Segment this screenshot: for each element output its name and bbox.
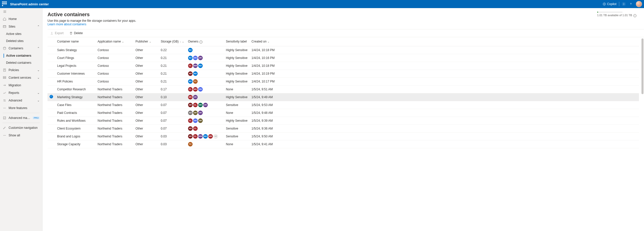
persona-coin[interactable]: MW [193,64,198,68]
nav-content-services[interactable]: Content services ⌄ [0,74,42,81]
row-select[interactable] [48,70,55,77]
persona-coin[interactable]: AG [188,111,193,115]
persona-coin[interactable]: ZR [198,56,203,60]
persona-coin[interactable]: CL [188,87,193,92]
nav-customize[interactable]: Customize navigation [0,124,42,132]
table-row[interactable]: HR PoliciesContosoOther0.21MJTCHighly Se… [48,77,639,85]
persona-coin[interactable]: MJ [203,134,208,139]
persona-coin[interactable]: MJ [188,48,193,52]
persona-coin[interactable]: ZR [203,103,208,107]
nav-deleted-containers[interactable]: Deleted containers [0,59,42,66]
col-select[interactable] [48,37,55,46]
row-radio[interactable] [50,79,53,83]
row-radio[interactable] [50,142,53,145]
row-radio[interactable] [50,56,53,59]
col-name[interactable]: Container name [55,37,96,46]
persona-coin[interactable]: CL [193,126,198,131]
persona-coin[interactable]: MS [193,87,198,92]
row-radio[interactable] [50,87,53,91]
settings-button[interactable] [620,1,627,8]
col-storage[interactable]: Storage (GB)↓⌄ [159,37,186,46]
persona-coin[interactable]: MJ [198,64,203,68]
nav-advanced-management[interactable]: Advanced management PRO [0,114,42,122]
persona-coin[interactable]: CL [188,118,193,123]
persona-coin[interactable]: TC [188,142,193,146]
row-select[interactable] [48,117,55,124]
delete-button[interactable]: Delete [68,31,84,35]
persona-coin[interactable]: SN [198,87,203,92]
row-select[interactable] [48,46,55,54]
persona-coin[interactable]: CL [193,134,198,139]
table-row[interactable]: Sales StrategyContosoOther0.22MJHighly S… [48,46,639,54]
nav-advanced[interactable]: Advanced ⌄ [0,97,42,104]
persona-coin[interactable]: ZR [198,111,203,115]
persona-coin[interactable]: SN [193,56,198,60]
row-select[interactable] [48,93,55,101]
app-launcher-icon[interactable] [2,2,7,7]
nav-active-containers[interactable]: Active containers [0,52,42,59]
scrollbar[interactable] [641,38,643,228]
nav-home[interactable]: Home [0,15,42,23]
col-created[interactable]: Created on⌄ [249,37,639,46]
persona-coin[interactable]: AR [188,103,193,107]
row-radio[interactable] [50,103,53,106]
row-select[interactable] [48,54,55,62]
persona-coin[interactable]: MS [208,134,213,139]
nav-policies[interactable]: Policies ⌄ [0,66,42,74]
learn-more-link[interactable]: Learn more about containers [48,23,86,26]
table-row[interactable]: Court FilingsContosoOther0.21MJSNZRHighl… [48,54,639,62]
persona-coin[interactable]: AR [188,71,193,76]
persona-coin[interactable]: CL [193,103,198,107]
nav-reports[interactable]: Reports ⌄ [0,89,42,97]
row-select[interactable] [48,109,55,117]
info-icon[interactable]: i [633,14,636,17]
persona-coin[interactable]: AR [188,134,193,139]
persona-coin[interactable]: SR [193,111,198,115]
col-sensitivity[interactable]: Sensitivity label [224,37,249,46]
row-radio[interactable] [50,64,53,67]
row-select[interactable] [48,85,55,93]
row-radio[interactable] [50,95,53,98]
table-row[interactable]: Competitor ResearchNorthwind TradersOthe… [48,85,639,93]
persona-coin[interactable]: MJ [188,56,193,60]
row-radio[interactable] [50,71,53,75]
persona-coin[interactable]: MJ [188,79,193,84]
table-row[interactable]: Rules and WorkflowsNorthwind TradersOthe… [48,117,639,124]
row-radio[interactable] [50,48,53,51]
table-row[interactable]: Storage CapacityNorthwind TradersOther0.… [48,140,639,148]
persona-coin[interactable]: MJ [193,71,198,76]
row-select[interactable] [48,77,55,85]
nav-migration[interactable]: Migration [0,81,42,89]
persona-coin[interactable]: MW [198,134,203,139]
table-row[interactable]: Legal ProjectsContosoOther0.21CLMWMJHigh… [48,62,639,70]
row-radio[interactable] [50,118,53,122]
export-button[interactable]: Export [49,31,65,35]
persona-coin[interactable]: TC [193,79,198,84]
nav-sites[interactable]: Sites ⌃ [0,23,42,30]
scrollbar-thumb[interactable] [641,38,643,94]
table-row[interactable]: Client EcosystemNorthwind TradersOther0.… [48,124,639,132]
row-select[interactable] [48,140,55,148]
nav-deleted-sites[interactable]: Deleted sites [0,37,42,45]
user-avatar[interactable] [636,1,642,7]
persona-coin[interactable]: SR [198,118,203,123]
col-owners[interactable]: Ownersi [186,37,224,46]
persona-coin[interactable]: WE [198,103,203,107]
nav-show-all[interactable]: Show all [0,132,42,139]
col-publisher[interactable]: Publisher⌄ [133,37,159,46]
row-select[interactable] [48,132,55,140]
nav-more-features[interactable]: More features [0,104,42,112]
table-row[interactable]: Customer InterviewsContosoOther0.21ARMJH… [48,70,639,77]
row-select[interactable] [48,101,55,109]
persona-coin[interactable]: ZR [193,95,198,99]
row-select[interactable] [48,124,55,132]
persona-coin[interactable]: CL [188,64,193,68]
row-radio[interactable] [50,126,53,130]
copilot-button[interactable]: Copilot [601,1,618,7]
nav-containers[interactable]: Containers ⌃ [0,45,42,52]
nav-active-sites[interactable]: Active sites [0,30,42,37]
persona-coin[interactable]: MS [188,95,193,99]
persona-coin[interactable]: SN [193,118,198,123]
help-button[interactable] [627,1,634,8]
persona-coin[interactable]: AR [188,126,193,131]
